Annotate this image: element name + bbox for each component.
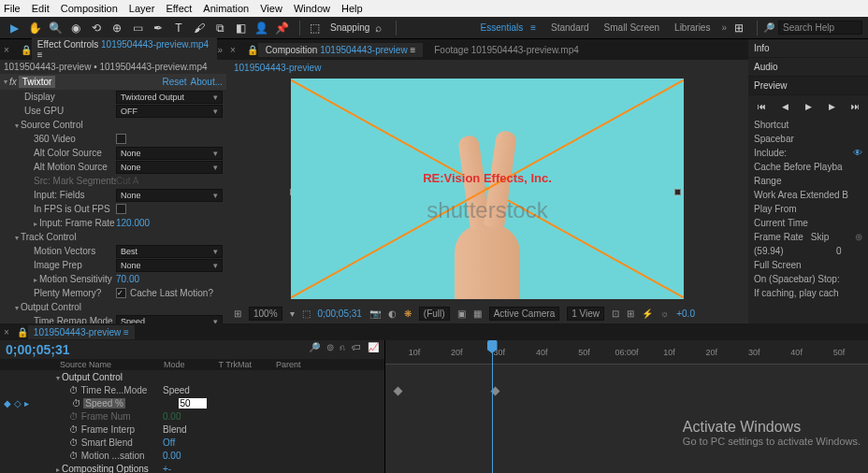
menu-help[interactable]: Help — [341, 3, 363, 14]
show-icon[interactable]: ◐ — [388, 308, 397, 319]
dd-timeremap[interactable]: Speed — [116, 315, 223, 324]
prev-frame-icon[interactable]: ◀ — [777, 99, 792, 114]
prop-track-control[interactable]: ▾Track Control — [4, 232, 116, 242]
chk-360[interactable] — [116, 134, 126, 144]
val-inputfr[interactable]: 120.000 — [116, 218, 223, 228]
tl-tag-icon[interactable]: 🏷 — [352, 342, 361, 352]
menu-view[interactable]: View — [260, 3, 282, 14]
orbit-tool-icon[interactable]: ◉ — [67, 20, 84, 36]
menu-animation[interactable]: Animation — [203, 3, 249, 14]
tl-smartblend-val[interactable]: Off — [163, 437, 381, 448]
tl-motioncomp-val[interactable]: 0.00 — [163, 451, 381, 461]
transform-handle-right[interactable] — [674, 189, 681, 195]
val-msens[interactable]: 70.00 — [116, 274, 223, 284]
resolution-dropdown[interactable]: (Full) — [419, 307, 450, 321]
ws-reset-icon[interactable]: ⊞ — [731, 20, 747, 36]
tab-footage[interactable]: Footage 1019504443-preview.mp4 — [427, 43, 586, 57]
snap-icon[interactable]: ⬚ — [306, 20, 323, 36]
info-header[interactable]: Info — [748, 39, 868, 58]
last-frame-icon[interactable]: ⏭ — [847, 99, 862, 114]
first-frame-icon[interactable]: ⏮ — [754, 99, 769, 114]
brush-tool-icon[interactable]: 🖌 — [191, 20, 208, 36]
dd-altcolor[interactable]: None — [116, 147, 223, 160]
play-icon[interactable]: ▶ — [801, 99, 816, 114]
color-icon[interactable]: ❋ — [404, 308, 412, 319]
eraser-tool-icon[interactable]: ◧ — [232, 20, 249, 36]
search-help-input[interactable]: Search Help — [778, 21, 862, 35]
roi-icon[interactable]: ▣ — [457, 308, 466, 319]
lock-icon[interactable]: 🔒 — [17, 327, 28, 337]
res-icon[interactable]: ▾ — [290, 308, 295, 319]
shortcut-dropdown[interactable]: Spacebar — [754, 134, 862, 144]
dd-altmotion[interactable]: None — [116, 161, 223, 174]
chk-cachelast[interactable] — [116, 288, 126, 298]
timeline-track-area[interactable]: 10f20f30f40f50f06:00f10f20f30f40f50f — [385, 340, 868, 473]
playfrom-dropdown[interactable]: Current Time — [754, 218, 862, 228]
tl-compositing[interactable]: ▸Compositing Options — [4, 464, 163, 474]
rect-tool-icon[interactable]: ▭ — [129, 20, 146, 36]
tl-dd-timeremap[interactable]: Speed — [163, 385, 238, 395]
about-link[interactable]: About... — [191, 77, 223, 87]
exposure-icon[interactable]: ☼ — [660, 308, 669, 319]
eye-icon[interactable]: 👁 — [853, 148, 862, 158]
dd-inputfields[interactable]: None — [116, 189, 223, 202]
view-dropdown[interactable]: 1 View — [567, 307, 604, 321]
menu-effect[interactable]: Effect — [166, 3, 192, 14]
lock-icon[interactable]: 🔒 — [21, 45, 32, 55]
composition-viewer[interactable]: RE:Vision Effects, Inc. shutterstock — [226, 75, 748, 303]
timeline-timecode[interactable]: 0;00;05;31 — [6, 342, 70, 357]
fast-preview-icon[interactable]: ⚡ — [642, 308, 653, 319]
selection-tool-icon[interactable]: ▶ — [6, 20, 22, 36]
prop-output-control[interactable]: ▾Output Control — [4, 302, 116, 312]
col-source[interactable]: Source Name — [56, 360, 115, 369]
prop-source-control[interactable]: ▾Source Control — [4, 120, 116, 130]
tl-gauge-icon[interactable]: ⊚ — [326, 342, 334, 352]
ws-libraries[interactable]: Libraries — [674, 22, 710, 33]
zoom-dropdown[interactable]: 100% — [249, 307, 282, 321]
tl-dd-frameinterp[interactable]: Blend — [163, 424, 238, 435]
col-trkmat[interactable]: T TrkMat — [215, 360, 255, 369]
comp-breadcrumb[interactable]: 1019504443-preview — [234, 63, 321, 73]
puppet-tool-icon[interactable]: 📌 — [273, 20, 290, 36]
col-parent[interactable]: Parent — [272, 360, 305, 369]
lock-icon[interactable]: 🔒 — [247, 45, 258, 55]
ws-standard[interactable]: Standard — [551, 22, 589, 33]
exposure-value[interactable]: +0.0 — [676, 308, 695, 319]
dd-imgprep[interactable]: None — [116, 259, 223, 272]
dd-usegpu[interactable]: OFF — [116, 105, 223, 118]
ws-small[interactable]: Small Screen — [604, 22, 659, 33]
camera-dropdown[interactable]: Active Camera — [489, 307, 560, 321]
menu-window[interactable]: Window — [294, 3, 330, 14]
tab-composition[interactable]: Composition 1019504443-preview ≡ — [258, 43, 423, 57]
col-mode[interactable]: Mode — [160, 360, 189, 369]
transparency-icon[interactable]: ▦ — [473, 308, 482, 319]
clone-tool-icon[interactable]: ⧉ — [211, 20, 228, 36]
text-tool-icon[interactable]: T — [170, 20, 187, 36]
menu-layer[interactable]: Layer — [129, 3, 155, 14]
tl-graph-icon[interactable]: 📈 — [368, 342, 379, 352]
next-frame-icon[interactable]: ▶ — [824, 99, 839, 114]
snap-opt-icon[interactable]: ⌕ — [369, 20, 386, 36]
playhead[interactable] — [492, 340, 493, 473]
reset-link[interactable]: Reset — [162, 77, 186, 87]
tl-speed-input[interactable]: 50 — [179, 398, 207, 408]
keyframe[interactable] — [394, 387, 403, 396]
pen-tool-icon[interactable]: ✒ — [150, 20, 166, 36]
menu-composition[interactable]: Composition — [61, 3, 118, 14]
preview-header[interactable]: Preview — [748, 77, 868, 95]
roto-tool-icon[interactable]: 👤 — [253, 20, 269, 36]
dd-display[interactable]: Twixtored Output — [116, 91, 223, 104]
hand-tool-icon[interactable]: ✋ — [26, 20, 43, 36]
channel-icon[interactable]: ⬚ — [302, 308, 311, 319]
framerate-dropdown[interactable]: (59.94) — [754, 246, 832, 256]
timeline-tab[interactable]: 1019504443-preview ≡ — [28, 325, 135, 339]
view-opt1-icon[interactable]: ⊡ — [612, 308, 619, 319]
skip-dropdown[interactable]: 0 — [836, 246, 862, 256]
menu-file[interactable]: File — [4, 3, 21, 14]
zoom-tool-icon[interactable]: 🔍 — [47, 20, 64, 36]
grid-icon[interactable]: ⊞ — [234, 308, 241, 319]
anchor-tool-icon[interactable]: ⊕ — [108, 20, 125, 36]
chk-infps[interactable] — [116, 204, 126, 214]
menu-edit[interactable]: Edit — [32, 3, 50, 14]
tl-search-icon[interactable]: 🔎 — [309, 342, 320, 352]
